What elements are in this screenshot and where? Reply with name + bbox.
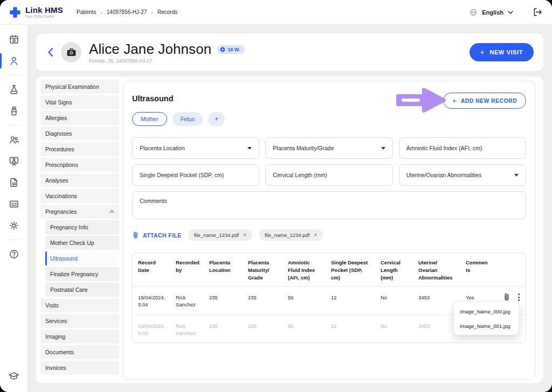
nav-item-vaccinations[interactable]: Vaccinations — [40, 189, 119, 203]
sidebar-item-screening[interactable] — [0, 150, 28, 172]
plus-icon: + — [215, 115, 218, 123]
patients-icon — [9, 55, 19, 66]
abnormalities-select[interactable]: Uterine/Ovarian Abnormalities — [399, 164, 526, 186]
sidebar-item-patients[interactable] — [0, 50, 28, 72]
chevron-down-icon — [508, 11, 513, 14]
patient-meta: Female, 35, 14097856-HJ-27 — [89, 58, 245, 64]
nav-item-visits[interactable]: Visits — [40, 298, 119, 312]
icon-sidebar — [0, 25, 28, 392]
popover-file-item[interactable]: Image_Name_001.jpg — [454, 319, 519, 333]
nav-item-ultrasound[interactable]: Ultrasound — [45, 251, 119, 265]
comments-textarea[interactable]: Comments — [132, 191, 526, 219]
sidebar-item-billing[interactable] — [0, 193, 28, 215]
nav-item-imaging[interactable]: Imaging — [40, 330, 119, 344]
back-button[interactable] — [47, 47, 53, 57]
sidebar-item-help[interactable] — [0, 243, 28, 265]
sidebar-item-settings[interactable] — [0, 215, 28, 236]
lab-flask-icon — [9, 84, 19, 95]
help-icon — [9, 249, 19, 260]
screen-person-icon — [9, 156, 19, 166]
breadcrumb-separator-icon: › — [100, 9, 102, 16]
attach-file-label: ATTACH FILE — [143, 232, 182, 239]
cervical-length-input[interactable]: Cervical Length (mm) — [265, 164, 392, 186]
camera-icon — [66, 47, 77, 58]
nav-item-analyses[interactable]: Analyses — [40, 173, 119, 187]
nav-item-allergies[interactable]: Allergies — [40, 111, 119, 125]
plus-icon: + — [452, 97, 457, 105]
attachments-row: ATTACH FILE file_name_1234.pdf × file_na… — [132, 229, 526, 241]
afi-input[interactable]: Amniotic Fluid Index (AFI, cm) — [399, 137, 526, 159]
attached-file-chip[interactable]: file_name_1234.pdf × — [259, 229, 323, 241]
breadcrumb-patient-id[interactable]: 14097856-HJ-27 — [107, 9, 147, 15]
nav-item-postnatal-care[interactable]: Postnatal Care — [45, 283, 119, 297]
app-logo: Link HMS Your Clinic Name — [0, 6, 77, 19]
new-visit-label: NEW VISIT — [489, 49, 523, 55]
sidebar-item-education[interactable] — [0, 365, 28, 387]
select-caret-icon — [514, 174, 519, 177]
nav-item-prescriptions[interactable]: Prescriptions — [40, 158, 119, 172]
nav-item-documents[interactable]: Documents — [40, 345, 119, 359]
sidebar-item-schedule[interactable] — [0, 29, 28, 50]
add-new-record-button[interactable]: + ADD NEW RECORD — [443, 93, 526, 109]
language-selector[interactable]: English — [469, 8, 513, 17]
logout-button[interactable] — [532, 7, 542, 17]
add-tab-button[interactable]: + — [208, 112, 225, 126]
remove-file-icon[interactable]: × — [314, 233, 317, 238]
nav-item-services[interactable]: Services — [40, 314, 119, 328]
logout-icon — [532, 7, 542, 17]
select-caret-icon — [247, 147, 252, 150]
sdp-input[interactable]: Single Deepest Pocket (SDP, cm) — [132, 164, 259, 186]
gestational-age-badge: 18 W. — [217, 45, 245, 54]
brand-subtitle: Your Clinic Name — [25, 15, 63, 19]
sidebar-item-medications[interactable] — [0, 100, 28, 122]
nav-item-finalize-pregnancy[interactable]: Finalize Pregnancy — [45, 267, 119, 281]
document-icon — [9, 177, 19, 188]
tab-mother[interactable]: Mother — [132, 112, 167, 126]
breadcrumb-patients[interactable]: Patients — [77, 9, 96, 15]
nav-item-pregnancies[interactable]: Pregnancies — [40, 205, 119, 219]
back-chevron-icon — [47, 47, 53, 57]
row-menu-button[interactable] — [516, 292, 521, 302]
add-new-record-label: ADD NEW RECORD — [461, 97, 517, 104]
new-visit-button[interactable]: + NEW VISIT — [470, 43, 534, 61]
staff-group-icon — [9, 134, 19, 145]
placenta-location-select[interactable]: Placenta Location — [132, 137, 259, 159]
sidebar-item-staff[interactable] — [0, 129, 28, 150]
plus-icon: + — [480, 48, 485, 57]
attached-file-chip[interactable]: file_name_1234.pdf × — [188, 229, 252, 241]
subject-tabs: Mother Fetus + — [132, 112, 535, 126]
record-sections-nav: Physical Examination Vital Signs Allergi… — [40, 80, 119, 376]
nav-item-diagnoses[interactable]: Diagnoses — [40, 127, 119, 141]
paperclip-icon — [503, 292, 510, 302]
nav-item-pregnancy-info[interactable]: Pregnancy Info — [45, 220, 119, 234]
ultrasound-form: Placenta Location Placenta Maturity/Grad… — [132, 137, 526, 219]
nav-item-mother-check-up[interactable]: Mother Check Up — [45, 236, 119, 250]
language-label: English — [482, 9, 503, 16]
nav-item-vital-signs[interactable]: Vital Signs — [40, 95, 119, 109]
attachments-popover: Image_Name_000.jpg Image_Name_001.jpg — [454, 303, 519, 335]
sidebar-item-lab[interactable] — [0, 79, 28, 100]
popover-file-item[interactable]: Image_Name_000.jpg — [454, 304, 519, 319]
brand-name: Link HMS — [25, 6, 63, 14]
remove-file-icon[interactable]: × — [243, 233, 246, 238]
nav-item-physical-examination[interactable]: Physical Examination — [40, 80, 119, 94]
app-window: Link HMS Your Clinic Name Patients › 140… — [0, 0, 552, 392]
paperclip-icon — [132, 231, 139, 239]
sidebar-divider — [6, 75, 22, 75]
row-attachments-button[interactable] — [503, 292, 510, 302]
sidebar-divider — [6, 125, 22, 125]
records-card: Physical Examination Vital Signs Allergi… — [36, 76, 543, 383]
chevron-up-icon — [109, 210, 114, 213]
patient-name: Alice Jane Johnson — [89, 41, 211, 58]
placenta-maturity-select[interactable]: Placenta Maturity/Grade — [265, 137, 392, 159]
id-card-icon — [9, 199, 19, 209]
patient-photo-placeholder[interactable] — [61, 42, 81, 62]
nav-item-invoices[interactable]: Invoices — [40, 361, 119, 375]
attach-file-button[interactable]: ATTACH FILE — [132, 231, 182, 239]
sidebar-item-documents[interactable] — [0, 172, 28, 193]
breadcrumb: Patients › 14097856-HJ-27 › Records — [77, 9, 177, 16]
breadcrumb-separator-icon: › — [151, 9, 153, 16]
tab-fetus[interactable]: Fetus — [172, 112, 203, 126]
top-bar: Link HMS Your Clinic Name Patients › 140… — [0, 0, 552, 25]
nav-item-procedures[interactable]: Procedures — [40, 142, 119, 156]
